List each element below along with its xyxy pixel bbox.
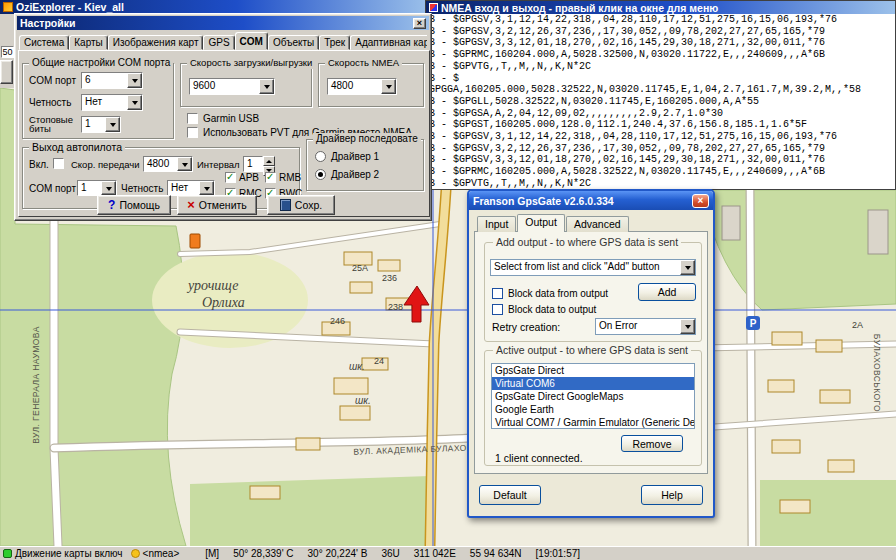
garmin-usb-checkbox[interactable] (187, 113, 198, 124)
list-item[interactable]: GpsGate Direct GoogleMaps (492, 390, 694, 403)
rmb-checkbox[interactable] (265, 172, 276, 183)
chevron-down-icon[interactable] (381, 79, 396, 94)
close-icon[interactable] (692, 194, 709, 208)
stopbits-select[interactable]: 1 (81, 116, 121, 133)
nmea-log[interactable]: B - $GPGSV,3,1,12,14,22,318,,04,28,110,1… (426, 14, 895, 189)
client-status: 1 client connected. (495, 452, 583, 464)
tab-izobrazheniya-kart[interactable]: Изображения карт (108, 35, 204, 50)
ozi-window-titlebar[interactable]: OziExplorer - Kiev_all (0, 0, 430, 14)
close-icon[interactable] (413, 18, 426, 29)
add-output-select[interactable]: Select from list and click "Add" button (490, 259, 696, 276)
tab-sistema[interactable]: Система (19, 35, 69, 50)
map-house-number: 24 (374, 356, 384, 366)
active-output-group: Active output - to where GPS data is sen… (484, 350, 702, 466)
autopilot-interval-label: Интервал (197, 159, 240, 170)
parity-select[interactable]: Нет (81, 94, 143, 111)
nmea-window-titlebar[interactable]: NMEA вход и выход - правый клик на окне … (426, 1, 895, 14)
list-item[interactable]: GpsGate Direct (492, 364, 694, 377)
garmin-usb-label: Garmin USB (203, 113, 259, 124)
driver1-radio[interactable] (315, 151, 326, 162)
nmea-line: B - $GPGSV,3,2,12,26,37,236,,17,30,052,,… (426, 143, 895, 155)
chevron-down-icon[interactable] (177, 157, 192, 171)
tab-trek[interactable]: Трек (319, 35, 350, 50)
cancel-button[interactable]: Отменить (177, 195, 257, 215)
tab-output[interactable]: Output (517, 214, 565, 232)
add-output-title: Add output - to where GPS data is sent (493, 236, 681, 248)
chevron-down-icon[interactable] (127, 73, 142, 88)
gpsgate-help-button[interactable]: Help (641, 485, 703, 505)
tab-adaptivnaya-karta[interactable]: Адаптивная карта (350, 35, 427, 50)
autopilot-interval-spinner[interactable]: 1 (243, 156, 275, 172)
waypoint-marker-icon[interactable] (190, 234, 200, 248)
add-button[interactable]: Add (638, 283, 696, 301)
updown-speed-group: Скорость загрузки/выгрузки 9600 (180, 63, 312, 107)
settings-titlebar[interactable]: Настройки (17, 16, 429, 30)
list-item-selected[interactable]: Virtual COM6 (492, 377, 694, 390)
com-port-group: Общие настройки COM порта COM порт 6 Чет… (22, 63, 174, 139)
com-port-select[interactable]: 6 (81, 72, 143, 89)
nmea-line: B - $GPRMC,160205.000,A,5028.32522,N,030… (426, 166, 895, 178)
retry-label: Retry creation: (492, 321, 560, 333)
nmea-line: B - $GPGLL,5028.32522,N,03020.11745,E,16… (426, 96, 895, 108)
settings-title: Настройки (20, 17, 75, 29)
map-house-number: 25А (352, 263, 368, 273)
autopilot-speed-select[interactable]: 4800 (143, 156, 193, 172)
driver2-label: Драйвер 2 (331, 169, 379, 180)
status-bar: Движение карты включ <nmea> [M] 50° 28,3… (0, 546, 896, 560)
nmea-speed-select[interactable]: 4800 (327, 78, 397, 95)
chevron-down-icon[interactable] (680, 319, 695, 334)
spin-up-icon[interactable] (263, 156, 275, 166)
map-move-icon (3, 549, 12, 558)
chevron-down-icon[interactable] (105, 117, 120, 132)
block-from-checkbox[interactable] (492, 288, 503, 299)
tab-advanced[interactable]: Advanced (566, 216, 629, 232)
chevron-down-icon[interactable] (259, 79, 274, 94)
default-button[interactable]: Default (479, 485, 541, 505)
parity-label: Четность (29, 97, 71, 108)
retry-select[interactable]: On Error (595, 318, 696, 335)
chevron-down-icon[interactable] (199, 181, 214, 195)
utm-zone: 36U (381, 548, 399, 559)
tab-com[interactable]: COM (235, 32, 268, 50)
nmea-line: B - $GPRMC,160204.000,A,5028.32500,N,030… (426, 49, 895, 61)
autopilot-parity-select[interactable]: Нет (167, 180, 215, 196)
map-house-number: 236 (382, 273, 397, 283)
autopilot-com-label: COM порт (29, 183, 76, 194)
active-output-list[interactable]: GpsGate Direct Virtual COM6 GpsGate Dire… (491, 363, 695, 429)
gpsgate-titlebar[interactable]: Franson GpsGate v2.6.0.334 (469, 191, 713, 210)
autopilot-com-select[interactable]: 1 (77, 180, 117, 196)
longitude-readout: 30° 20,224' В (308, 548, 368, 559)
settings-dialog: Настройки Система Карты Изображения карт… (14, 13, 432, 221)
save-button[interactable]: Сохр. (267, 195, 335, 215)
tab-gps[interactable]: GPS (203, 35, 234, 50)
remove-button[interactable]: Remove (621, 435, 683, 452)
list-item[interactable]: Google Earth (492, 403, 694, 416)
map-house-number: 2А (852, 320, 863, 330)
help-button[interactable]: Помощь (97, 195, 171, 215)
apb-checkbox[interactable] (225, 172, 236, 183)
left-toolbar-button[interactable] (0, 60, 13, 84)
nmea-window-title: NMEA вход и выход - правый клик на окне … (441, 2, 718, 14)
tab-karty[interactable]: Карты (69, 35, 108, 50)
map-street-bulakhovskogo-right: БУЛАХОВСЬКОГО (872, 298, 882, 448)
driver2-radio[interactable] (315, 169, 326, 180)
pvt-checkbox[interactable] (187, 127, 198, 138)
nmea-line: B - $GPGSV,3,3,12,01,18,270,,02,16,145,2… (426, 154, 895, 166)
nmea-line: B - $GPGSV,3,1,12,14,22,318,,04,28,110,1… (426, 14, 895, 26)
chevron-down-icon[interactable] (101, 181, 116, 195)
block-to-checkbox[interactable] (492, 304, 503, 315)
tab-input[interactable]: Input (477, 216, 516, 232)
block-to-label: Block data to output (508, 304, 596, 315)
screen: урочище Орлиха шк. шк. ВУЛ. ГЕНЕРАЛА НАУ… (0, 0, 896, 560)
latitude-readout: 50° 28,339' С (233, 548, 293, 559)
chevron-down-icon[interactable] (680, 260, 695, 275)
position-arrow-icon (404, 286, 429, 322)
tab-obekty[interactable]: Объекты (268, 35, 319, 50)
autopilot-on-checkbox[interactable] (53, 158, 64, 169)
list-item[interactable]: Virtual COM7 / Garmin Emulator (Generic … (492, 416, 694, 429)
clock-readout: [19:01:57] (536, 548, 580, 559)
updown-speed-select[interactable]: 9600 (189, 78, 275, 95)
chevron-down-icon[interactable] (127, 95, 142, 110)
stopbits-label: Стоповые биты (29, 115, 79, 133)
nmea-window: NMEA вход и выход - правый клик на окне … (425, 0, 896, 190)
